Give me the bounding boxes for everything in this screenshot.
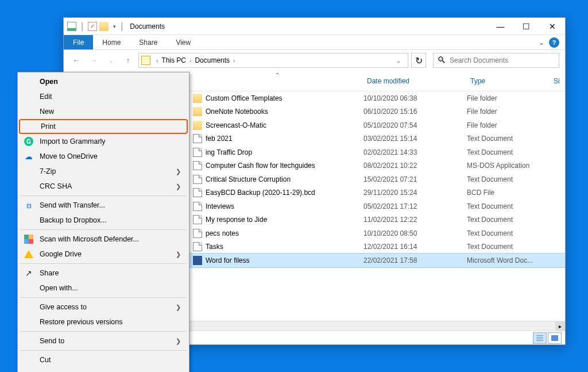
col-date[interactable]: Date modified (362, 71, 463, 91)
window-controls: — ☐ ✕ (488, 18, 565, 35)
file-date: 11/02/2021 12:22 (363, 216, 417, 224)
scroll-right-icon[interactable]: ▸ (555, 321, 565, 331)
properties-icon[interactable]: ✓ (88, 22, 97, 31)
share-icon: ↗ (24, 268, 34, 278)
breadcrumb-item[interactable]: Documents (195, 56, 230, 64)
menu-item-7-zip[interactable]: 7-Zip❯ (19, 164, 188, 179)
file-date: 02/02/2021 14:33 (363, 148, 417, 156)
search-box[interactable]: 🔍︎ (433, 53, 559, 68)
help-icon[interactable]: ? (549, 37, 559, 48)
menu-item-label: 7-Zip (40, 167, 56, 175)
bc-chevron-icon[interactable]: › (156, 57, 158, 64)
file-icon (193, 188, 202, 197)
file-date: 15/02/2021 07:21 (363, 175, 417, 183)
menu-item-send-to[interactable]: Send to❯ (19, 333, 188, 348)
menu-item-label: Cut (40, 356, 51, 364)
file-name: feb 2021 (206, 135, 233, 143)
file-name: EasyBCD Backup (2020-11-29).bcd (206, 189, 315, 197)
breadcrumb-item[interactable]: This PC (161, 56, 186, 64)
col-type[interactable]: Type (466, 71, 546, 91)
menu-item-edit[interactable]: Edit (19, 89, 188, 104)
menu-divider (20, 229, 187, 230)
bc-chevron-icon[interactable]: › (189, 57, 191, 64)
file-date: 03/02/2021 15:14 (363, 135, 417, 143)
col-size[interactable]: Si (549, 71, 560, 91)
ribbon-tabs: File Home Share View ⌄ ? (64, 35, 565, 50)
up-button[interactable]: ↑ (121, 53, 135, 67)
tab-share[interactable]: Share (130, 35, 167, 49)
menu-item-label: Send with Transfer... (40, 201, 105, 209)
ribbon-collapse-icon[interactable]: ⌄ (534, 35, 549, 49)
address-dropdown-icon[interactable]: ⌄ (392, 57, 405, 64)
file-date: 29/11/2020 15:24 (363, 189, 417, 197)
file-date: 10/10/2020 08:50 (363, 229, 417, 237)
menu-item-copy[interactable]: Copy (19, 367, 188, 372)
menu-item-scan-with-microsoft-defender[interactable]: Scan with Microsoft Defender... (19, 232, 188, 247)
col-name[interactable] (192, 71, 362, 91)
qat-sep2: | (121, 21, 123, 32)
tab-home[interactable]: Home (93, 35, 130, 49)
menu-item-label: Open with... (40, 284, 78, 292)
file-type: Text Document (467, 229, 513, 237)
address-bar[interactable]: › This PC › Documents › ⌄ (138, 53, 408, 68)
dropbox-icon: ⧈ (24, 200, 34, 210)
defender-icon (24, 234, 34, 244)
maximize-button[interactable]: ☐ (513, 18, 539, 35)
quick-access-toolbar: | ✓ ▾ | (67, 21, 125, 32)
menu-item-label: Share (40, 269, 59, 277)
thumbnails-view-button[interactable] (548, 332, 562, 344)
tab-file[interactable]: File (64, 35, 93, 49)
minimize-button[interactable]: — (488, 18, 513, 35)
file-icon (193, 242, 202, 251)
menu-item-backup-to-dropbox[interactable]: Backup to Dropbox... (19, 213, 188, 228)
menu-item-share[interactable]: ↗Share (19, 266, 188, 281)
submenu-arrow-icon: ❯ (176, 183, 181, 190)
file-date: 10/10/2020 06:38 (363, 94, 417, 102)
gdrive-icon (24, 249, 34, 259)
folder-icon (193, 107, 202, 116)
file-name: ing Traffic Drop (206, 148, 252, 156)
menu-item-crc-sha[interactable]: CRC SHA❯ (19, 179, 188, 194)
menu-item-move-to-onedrive[interactable]: ☁Move to OneDrive (19, 149, 188, 164)
details-view-button[interactable] (533, 332, 547, 344)
back-button[interactable]: ← (69, 53, 83, 67)
file-type: Text Document (467, 148, 513, 156)
menu-item-send-with-transfer[interactable]: ⧈Send with Transfer... (19, 198, 188, 213)
file-type: MS-DOS Application (467, 162, 529, 170)
file-type: Text Document (467, 175, 513, 183)
file-date: 05/10/2020 07:54 (363, 121, 417, 129)
menu-item-restore-previous-versions[interactable]: Restore previous versions (19, 315, 188, 329)
bc-chevron-icon[interactable]: › (233, 57, 235, 64)
file-date: 06/10/2020 15:16 (363, 108, 417, 116)
submenu-arrow-icon: ❯ (176, 251, 181, 258)
file-name: Computer Cash flow for Itechguides (206, 162, 315, 170)
menu-item-give-access-to[interactable]: Give access to❯ (19, 300, 188, 315)
file-name: Screencast-O-Matic (206, 121, 266, 129)
menu-item-new[interactable]: New (19, 104, 188, 119)
folder-icon (193, 94, 202, 103)
onedrive-icon: ☁ (24, 151, 34, 162)
menu-item-print[interactable]: Print (19, 119, 188, 134)
refresh-button[interactable]: ↻ (411, 53, 426, 68)
tab-view[interactable]: View (167, 35, 200, 49)
forward-button[interactable]: → (87, 53, 100, 67)
location-icon (141, 56, 150, 65)
menu-item-google-drive[interactable]: Google Drive❯ (19, 247, 188, 262)
close-button[interactable]: ✕ (539, 18, 565, 35)
recent-dropdown-icon[interactable]: ⌄ (104, 53, 118, 67)
file-icon (193, 148, 202, 157)
search-input[interactable] (450, 56, 555, 64)
menu-divider (20, 263, 187, 264)
file-type: Text Document (467, 243, 513, 251)
menu-divider (20, 350, 187, 351)
folder-icon (99, 22, 109, 31)
qat-dropdown-icon[interactable]: ▾ (113, 24, 116, 29)
menu-item-open-with[interactable]: Open with... (19, 281, 188, 296)
menu-item-label: Print (41, 122, 56, 131)
file-icon (193, 202, 202, 211)
file-date: 22/02/2021 17:58 (363, 256, 417, 264)
menu-item-open[interactable]: Open (19, 74, 188, 89)
file-name: OneNote Notebooks (206, 108, 268, 116)
menu-item-import-to-grammarly[interactable]: GImport to Grammarly (19, 134, 188, 149)
menu-item-cut[interactable]: Cut (19, 352, 188, 367)
